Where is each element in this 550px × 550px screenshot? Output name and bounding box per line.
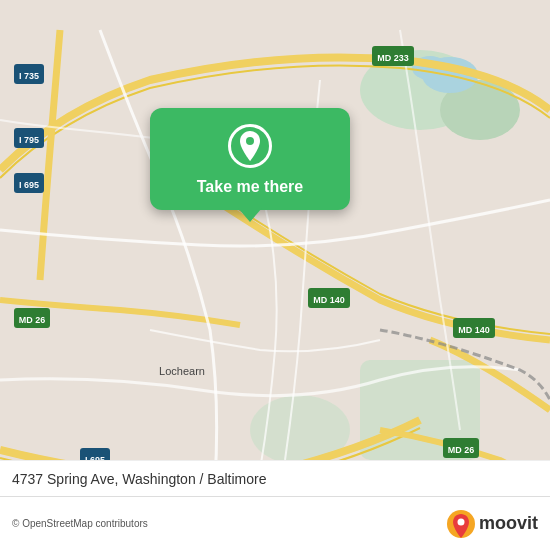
popup-card: Take me there xyxy=(150,108,350,210)
svg-point-30 xyxy=(457,518,464,525)
bottom-bar: © OpenStreetMap contributors moovit xyxy=(0,496,550,550)
svg-text:MD 140: MD 140 xyxy=(458,325,490,335)
svg-text:I 735: I 735 xyxy=(19,71,39,81)
svg-text:Lochearn: Lochearn xyxy=(159,365,205,377)
location-pin-icon xyxy=(237,131,263,161)
address-text: 4737 Spring Ave, Washington / Baltimore xyxy=(12,471,266,487)
moovit-logo-icon xyxy=(447,510,475,538)
moovit-logo: moovit xyxy=(447,510,538,538)
svg-text:MD 26: MD 26 xyxy=(19,315,46,325)
location-icon-circle xyxy=(228,124,272,168)
svg-point-28 xyxy=(246,137,254,145)
svg-text:I 695: I 695 xyxy=(19,180,39,190)
svg-text:I 795: I 795 xyxy=(19,135,39,145)
address-bar: 4737 Spring Ave, Washington / Baltimore xyxy=(0,460,550,496)
svg-text:MD 26: MD 26 xyxy=(448,445,475,455)
svg-text:MD 233: MD 233 xyxy=(377,53,409,63)
attribution-text: © OpenStreetMap contributors xyxy=(12,518,148,529)
take-me-there-button[interactable]: Take me there xyxy=(197,178,303,196)
svg-text:MD 140: MD 140 xyxy=(313,295,345,305)
moovit-logo-text: moovit xyxy=(479,513,538,534)
map-container: I 735 I 695 I 795 MD 26 MD 140 MD 140 MD… xyxy=(0,0,550,550)
